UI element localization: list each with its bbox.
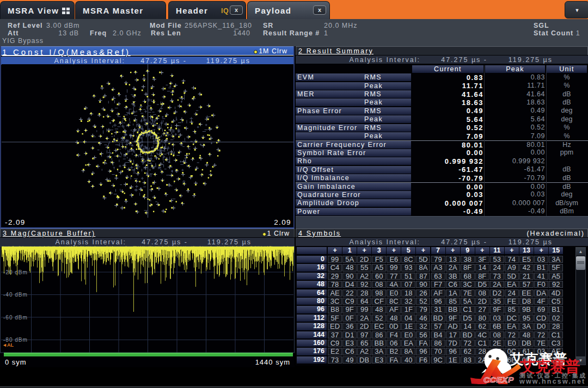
svg-text:-40 dBm: -40 dBm [3, 292, 28, 298]
svg-text:CCEXP: CCEXP [483, 375, 514, 384]
svg-text:-60 dBm: -60 dBm [3, 315, 28, 321]
svg-text:◄AL: ◄AL [2, 342, 14, 348]
svg-text:-20 dBm: -20 dBm [3, 269, 28, 275]
